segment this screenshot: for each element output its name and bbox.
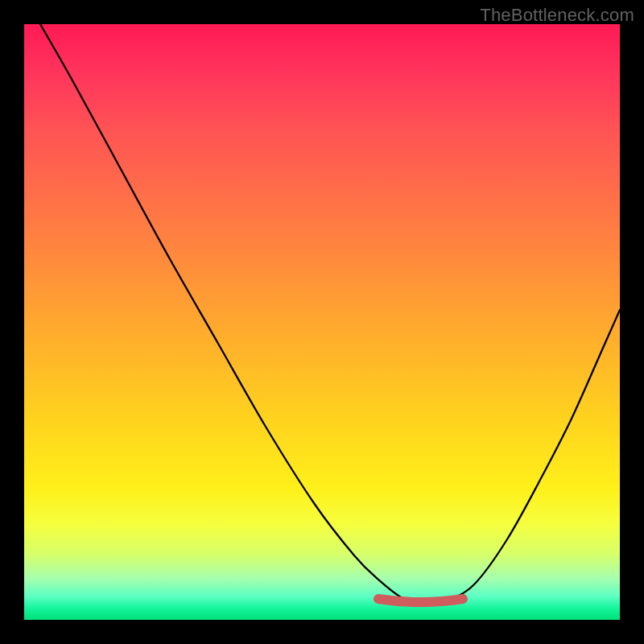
plot-area [24, 24, 620, 620]
trough-marker [378, 599, 463, 602]
chart-frame: TheBottleneck.com [0, 0, 644, 644]
bottleneck-curve [40, 24, 620, 605]
curve-svg [24, 24, 620, 620]
watermark-text: TheBottleneck.com [480, 5, 634, 26]
